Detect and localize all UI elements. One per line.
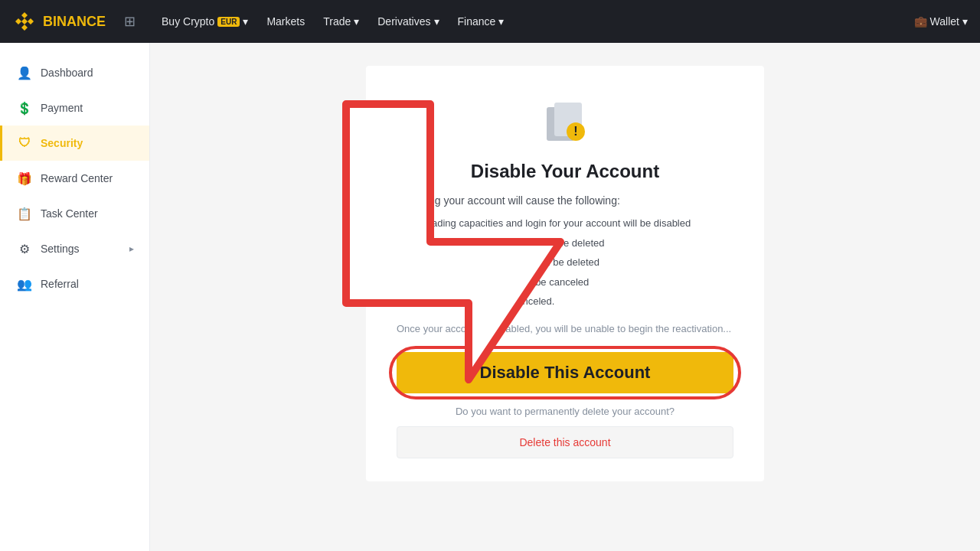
sidebar-item-settings[interactable]: ⚙ Settings ▸ [0, 231, 149, 266]
svg-marker-2 [28, 18, 34, 24]
wallet-button[interactable]: 💼 Wallet ▾ [914, 15, 968, 28]
derivatives-chevron-icon: ▾ [434, 15, 439, 28]
sidebar-label-payment: Payment [41, 102, 83, 114]
gift-icon: 🎁 [18, 171, 31, 185]
delete-prompt-text: Do you want to permanently delete your a… [397, 406, 733, 417]
sidebar-item-referral[interactable]: 👥 Referral [0, 266, 149, 302]
nav-markets[interactable]: Markets [259, 9, 312, 34]
card-title: Disable Your Account [397, 161, 733, 182]
svg-marker-1 [15, 18, 21, 24]
card-effects-list: All trading capacities and login for you… [397, 216, 733, 309]
svg-marker-3 [21, 24, 28, 31]
nav-right: 💼 Wallet ▾ [914, 15, 968, 28]
sidebar-label-referral: Referral [41, 278, 79, 290]
sidebar-label-task: Task Center [41, 207, 98, 220]
nav-trade[interactable]: Trade ▾ [315, 9, 367, 34]
binance-logo-icon [12, 9, 37, 34]
svg-marker-4 [21, 18, 28, 24]
disable-button-wrapper: Disable This Account [397, 352, 733, 393]
sidebar-item-dashboard[interactable]: 👤 Dashboard [0, 55, 149, 90]
logo-text: BINANCE [43, 14, 106, 30]
sidebar-label-reward: Reward Center [41, 172, 113, 184]
gear-icon: ⚙ [18, 242, 31, 256]
trade-chevron-icon: ▾ [354, 15, 359, 28]
finance-chevron-icon: ▾ [498, 15, 504, 28]
grid-icon[interactable]: ⊞ [124, 13, 136, 30]
card-note: Once your account is disabled, you will … [397, 321, 733, 337]
logo[interactable]: BINANCE [12, 9, 106, 34]
disable-account-card: ! Disable Your Account Disabling your ac… [366, 66, 764, 481]
users-icon: 👥 [18, 277, 31, 291]
account-disable-icon: ! [541, 96, 590, 145]
disable-account-button[interactable]: Disable This Account [397, 352, 733, 393]
sidebar-label-settings: Settings [41, 243, 80, 255]
eur-badge: EUR [217, 17, 240, 27]
sidebar: 👤 Dashboard 💲 Payment 🛡 Security 🎁 Rewar… [0, 43, 150, 551]
sidebar-item-payment[interactable]: 💲 Payment [0, 90, 149, 126]
svg-text:!: ! [573, 125, 577, 138]
sidebar-item-security[interactable]: 🛡 Security [0, 126, 149, 161]
delete-account-button[interactable]: Delete this account [397, 426, 733, 458]
settings-chevron-icon: ▸ [129, 243, 134, 254]
chevron-down-icon: ▾ [243, 15, 248, 28]
shield-icon: 🛡 [18, 136, 31, 150]
nav-finance[interactable]: Finance ▾ [450, 9, 512, 34]
sidebar-label-dashboard: Dashboard [41, 67, 93, 79]
wallet-icon: 💼 [914, 15, 927, 28]
nav-buy-crypto[interactable]: Buy Crypto EUR ▾ [154, 9, 256, 34]
topnav: BINANCE ⊞ Buy Crypto EUR ▾ Markets Trade… [0, 0, 980, 43]
list-item: All trading capacities and login for you… [412, 216, 733, 231]
list-item: All devices for your account will be del… [412, 255, 733, 270]
nav-links: Buy Crypto EUR ▾ Markets Trade ▾ Derivat… [154, 9, 896, 34]
settings-left-group: ⚙ Settings [18, 242, 80, 256]
nav-derivatives[interactable]: Derivatives ▾ [370, 9, 446, 34]
person-icon: 👤 [18, 66, 31, 80]
list-item: All API keys for your account will be de… [412, 236, 733, 251]
sidebar-label-security: Security [41, 137, 83, 149]
sidebar-item-reward-center[interactable]: 🎁 Reward Center [0, 161, 149, 196]
wallet-chevron-icon: ▾ [962, 15, 968, 28]
list-item: All pending withdrawals will be canceled [412, 275, 733, 290]
svg-marker-0 [21, 12, 28, 18]
layout: 👤 Dashboard 💲 Payment 🛡 Security 🎁 Rewar… [0, 43, 980, 551]
card-icon-area: ! [397, 96, 733, 148]
sidebar-item-task-center[interactable]: 📋 Task Center [0, 196, 149, 231]
list-item: All open orders will be canceled. [412, 294, 733, 309]
main-content: ! Disable Your Account Disabling your ac… [150, 43, 980, 551]
clipboard-icon: 📋 [18, 207, 31, 220]
card-subtitle: Disabling your account will cause the fo… [397, 194, 733, 207]
dollar-icon: 💲 [18, 101, 31, 115]
